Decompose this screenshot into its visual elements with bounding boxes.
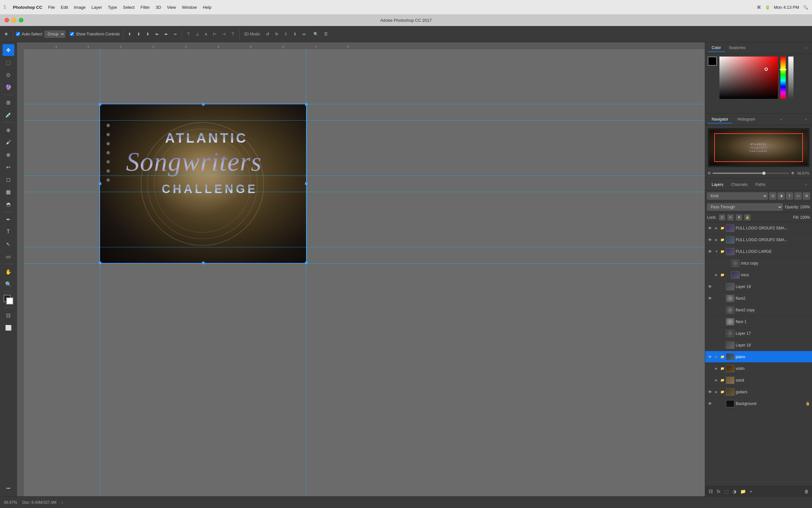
layer-visibility-toggle[interactable]: 👁 [707,389,713,395]
more-tools-btn[interactable]: ••• [3,483,14,494]
menu-select[interactable]: Select [123,5,135,10]
new-group-btn[interactable]: 📁 [739,488,747,495]
layer-item[interactable]: Layer 17 [705,328,812,339]
tab-channels[interactable]: Channels [727,181,752,188]
filter-kind-select[interactable]: Kind Name Effect Mode Attribute Color [707,193,768,200]
navigator-panel-menu[interactable]: ≡ [803,116,809,123]
zoom-status[interactable]: 66.67% [4,500,17,505]
menu-type[interactable]: Type [108,5,117,10]
brush-tool[interactable]: 🖌 [3,136,14,148]
opacity-value[interactable]: 100% [800,205,810,209]
menu-image[interactable]: Image [74,5,85,10]
selection-tool[interactable]: ⬚ [3,56,14,68]
lock-transparent-btn[interactable]: ⊡ [719,214,725,220]
distribute-bottom-btn[interactable]: ≡ [203,31,209,38]
color-fg-preview[interactable] [708,56,717,66]
3d-btn-2[interactable]: ↻ [273,31,280,38]
layer-item[interactable]: flare2 copy [705,304,812,316]
show-transform-checkbox[interactable]: Show Transform Controls [70,32,120,36]
show-transform-input[interactable] [70,32,74,36]
canvas-work[interactable]: ATLANTIC Songwriters CHALLENGE [23,49,705,496]
layer-expand-btn[interactable]: ▶ [714,226,719,230]
layer-visibility-toggle[interactable] [707,342,713,348]
distribute-vcenter-btn[interactable]: ⊥ [194,31,201,38]
filter-smart-btn[interactable]: ⊛ [803,193,810,200]
navigator-thumbnail[interactable]: ATLANTIC Songwriters CHALLENGE [708,128,809,167]
distribute-left-btn[interactable]: ⊢ [211,31,218,38]
navigator-panel-collapse[interactable]: » [778,116,784,123]
zoom-slider-thumb[interactable] [762,172,766,175]
blend-mode-select[interactable]: Pass Through Normal Dissolve Multiply Sc… [707,204,783,211]
lock-position-btn[interactable]: ✥ [736,214,742,220]
layer-item[interactable]: ▶ 📁 violin [705,363,812,374]
layer-item[interactable]: 👁 flare2 [705,293,812,304]
layer-visibility-toggle[interactable]: 👁 [707,225,713,231]
minimize-button[interactable] [12,18,16,23]
layer-item[interactable]: 👁 ▶ 📁 FULL LOGO GROUP2 SMA... [705,222,812,234]
layer-expand-btn[interactable]: ▶ [714,238,719,242]
filter-shape-btn[interactable]: ▭ [795,193,802,200]
spot-heal-tool[interactable]: ⊕ [3,124,14,136]
menu-edit[interactable]: Edit [61,5,68,10]
tab-histogram[interactable]: Histogram [733,116,759,124]
layer-expand-btn[interactable]: ▶ [714,378,719,383]
3d-btn-5[interactable]: ⇔ [300,31,307,38]
layer-visibility-toggle[interactable]: 👁 [707,284,713,290]
menu-file[interactable]: File [48,5,55,10]
align-bottom-btn[interactable]: ⬇ [144,31,151,38]
path-select-tool[interactable]: ↖ [3,238,14,250]
auto-select-group[interactable]: Group Layer [45,31,65,38]
search-icon[interactable]: 🔍 [803,5,808,10]
layer-item[interactable]: ▶ 📁 sand [705,374,812,386]
gradient-tool[interactable]: ▦ [3,186,14,198]
panel-settings-btn[interactable]: ☰ [322,31,330,38]
layer-expand-btn[interactable]: ▶ [714,354,719,359]
color-swatch[interactable] [4,295,13,304]
layer-visibility-toggle[interactable] [707,319,713,325]
layer-item[interactable]: 👁 ▼ 📁 FULL LOGO LARGE [705,246,812,257]
align-left-btn[interactable]: ⬅ [153,31,160,38]
move-tool-btn[interactable]: ✥ [3,31,10,38]
layer-visibility-toggle[interactable] [707,260,713,266]
quick-select-tool[interactable]: 🔮 [3,81,14,93]
new-adjustment-btn[interactable]: ◑ [731,488,737,495]
layer-item[interactable]: mics copy [705,257,812,269]
layer-item[interactable]: 👁 Background 🔒 [705,398,812,410]
hand-tool[interactable]: ✋ [3,266,14,278]
crop-tool[interactable]: ⊞ [3,96,14,108]
filter-pixel-btn[interactable]: ⊡ [769,193,776,200]
color-panel-collapse[interactable]: » [803,45,809,51]
3d-btn-1[interactable]: ↺ [264,31,271,38]
layer-visibility-toggle[interactable]: 👁 [707,295,713,301]
add-style-btn[interactable]: fx [716,488,722,495]
auto-select-checkbox[interactable]: Auto-Select: Group Layer [16,31,65,38]
filter-adjustment-btn[interactable]: ◑ [777,193,785,200]
layer-visibility-toggle[interactable]: 👁 [707,401,713,407]
layer-visibility-toggle[interactable] [707,331,713,336]
layer-expand-btn[interactable]: ▶ [714,273,719,277]
align-vcenter-btn[interactable]: ⬇ [135,31,142,38]
history-brush[interactable]: ↩ [3,161,14,173]
tab-layers[interactable]: Layers [708,181,727,188]
eraser-tool[interactable]: ◻ [3,174,14,185]
layer-visibility-toggle[interactable]: 👁 [707,249,713,254]
close-button[interactable] [5,18,9,23]
auto-select-input[interactable] [16,32,20,36]
move-tool[interactable]: ✥ [3,44,14,56]
tab-navigator[interactable]: Navigator [708,116,732,124]
layer-item[interactable]: 👁 ▶ 📁 FULL LOGO GROUP2 SMA... [705,234,812,246]
align-right-btn[interactable]: ⇒ [172,31,179,38]
search-toolbar-btn[interactable]: 🔍 [312,31,320,38]
layer-visibility-toggle[interactable]: 👁 [707,237,713,243]
3d-btn-3[interactable]: ⇧ [282,31,289,38]
screen-mode-btn[interactable]: ⬜ [3,322,14,334]
menu-3d[interactable]: 3D [155,5,161,10]
3d-btn-4[interactable]: ⇕ [291,31,298,38]
lock-all-btn[interactable]: 🔒 [745,214,750,220]
distribute-hcenter-btn[interactable]: ⊣ [220,31,227,38]
menu-help[interactable]: Help [203,5,211,10]
add-mask-btn[interactable]: ⬚ [723,488,730,495]
layer-item[interactable]: flare 1 [705,316,812,328]
layer-item[interactable]: 👁 ▶ 📁 guitars [705,386,812,398]
stamp-tool[interactable]: ⊗ [3,149,14,161]
